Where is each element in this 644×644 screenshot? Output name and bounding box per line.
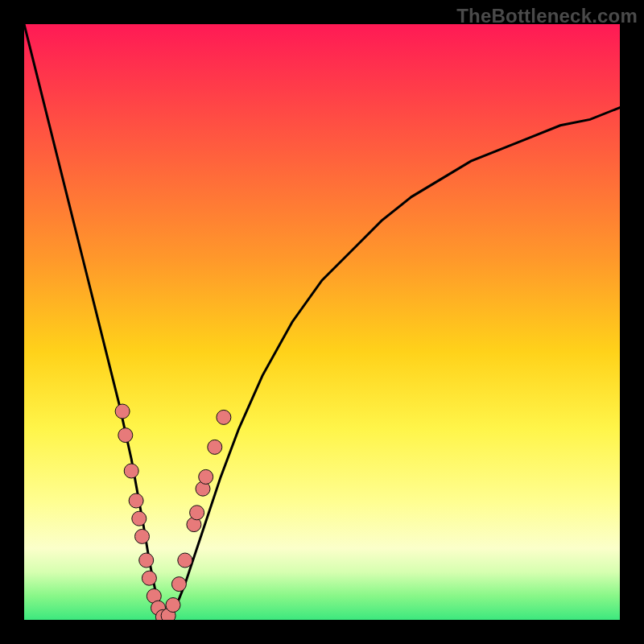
data-marker bbox=[217, 410, 231, 424]
data-marker bbox=[199, 469, 213, 484]
data-marker bbox=[118, 428, 133, 443]
data-marker bbox=[178, 553, 192, 568]
watermark-text: TheBottleneck.com bbox=[456, 5, 638, 27]
data-marker bbox=[135, 529, 150, 543]
data-marker bbox=[166, 598, 180, 613]
data-marker bbox=[129, 493, 143, 508]
plot-area bbox=[24, 24, 620, 620]
chart-frame: TheBottleneck.com bbox=[0, 0, 644, 644]
bottleneck-curve bbox=[24, 24, 620, 620]
data-markers bbox=[115, 404, 231, 620]
data-marker bbox=[124, 464, 138, 478]
data-marker bbox=[139, 553, 154, 568]
data-marker bbox=[132, 511, 147, 526]
data-marker bbox=[171, 577, 186, 592]
data-marker bbox=[208, 440, 222, 454]
data-marker bbox=[142, 571, 156, 585]
curve-layer bbox=[24, 24, 620, 620]
data-marker bbox=[115, 404, 130, 419]
data-marker bbox=[190, 506, 204, 520]
